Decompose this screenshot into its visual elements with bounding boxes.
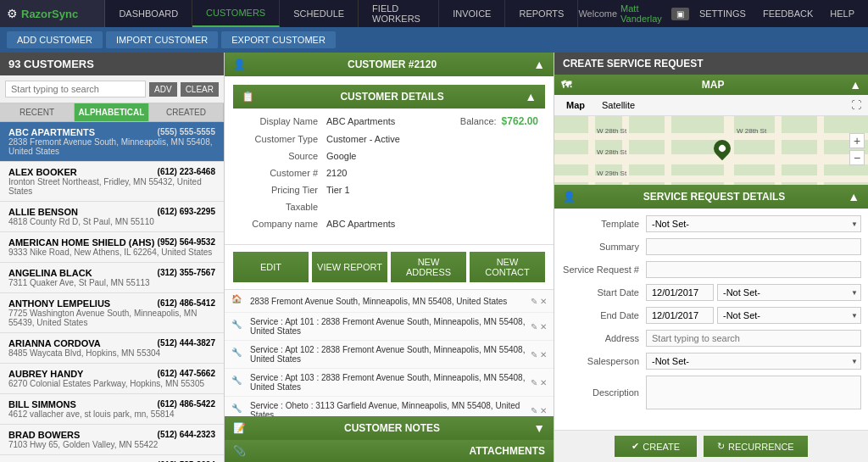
list-item[interactable]: BRAD BOWERS (512) 644-2323 7103 Hwy 65, … (0, 425, 224, 455)
details-expand-icon[interactable]: ▲ (525, 90, 537, 103)
attachments-header[interactable]: 📎 ATTACHMENTS (225, 440, 554, 462)
list-item[interactable]: BRAYDEN ALTMAN (612) 585-3624 6715 Arbor… (0, 455, 224, 462)
company-name-label: Company name (233, 219, 326, 229)
search-bar: ADV CLEAR (0, 75, 224, 103)
create-button[interactable]: ✔ CREATE (615, 436, 697, 457)
start-date-input[interactable] (646, 284, 714, 301)
map-section: 🗺 MAP ▲ Map Satellite ⛶ (554, 75, 868, 185)
customer-notes-header[interactable]: 📝 CUSTOMER NOTES ▼ (225, 416, 554, 440)
delete-addr-icon[interactable]: ✕ (540, 406, 547, 415)
feedback-link[interactable]: FEEDBACK (756, 5, 820, 22)
start-date-row: Start Date -Not Set- ▼ (561, 284, 861, 301)
monitor-icon[interactable]: ▣ (671, 8, 689, 20)
map-street-label: W 28th St (597, 148, 626, 156)
edit-addr-icon[interactable]: ✎ (531, 378, 537, 387)
start-date-inputs: -Not Set- ▼ (646, 284, 861, 301)
zoom-in-button[interactable]: + (849, 133, 865, 148)
edit-addr-icon[interactable]: ✎ (531, 297, 537, 306)
nav-field-workers[interactable]: FIELD WORKERS (359, 0, 439, 27)
summary-input[interactable] (646, 238, 861, 255)
balance-value: $762.00 (502, 115, 538, 127)
list-item[interactable]: 🔧 Service : Apt 102 : 2838 Fremont Avenu… (225, 341, 554, 369)
list-item[interactable]: 🔧 Service : Apt 103 : 2838 Fremont Avenu… (225, 369, 554, 397)
service-req-row: Service Request # (561, 261, 861, 278)
list-item[interactable]: ARIANNA CORDOVA (512) 444-3827 8485 Wayc… (0, 333, 224, 364)
map-fullscreen-icon[interactable]: ⛶ (851, 99, 861, 111)
tab-created[interactable]: CREATED (149, 103, 224, 121)
list-item[interactable]: BILL SIMMONS (612) 486-5422 4612 vallach… (0, 394, 224, 425)
map-expand-icon[interactable]: ▲ (849, 78, 861, 92)
end-date-input[interactable] (646, 307, 714, 324)
list-item[interactable]: ALEX BOOKER (612) 223-6468 Ironton Stree… (0, 162, 224, 202)
adv-button[interactable]: ADV (149, 82, 177, 97)
import-customer-button[interactable]: IMPORT CUSTOMER (106, 31, 218, 48)
delete-addr-icon[interactable]: ✕ (540, 322, 547, 331)
display-name-row: Display Name ABC Apartments Balance: $76… (233, 115, 545, 127)
delete-addr-icon[interactable]: ✕ (540, 350, 547, 359)
list-item[interactable]: 🏠 2838 Fremont Avenue South, Minneapolis… (225, 290, 554, 313)
help-link[interactable]: HELP (823, 5, 861, 22)
list-item[interactable]: ANTHONY LEMPELIUS (612) 486-5412 7725 Wa… (0, 293, 224, 333)
summary-row: Summary (561, 238, 861, 255)
list-item[interactable]: AMERICAN HOME SHIELD (AHS) (952) 564-953… (0, 232, 224, 263)
list-item[interactable]: 🔧 Service : Apt 101 : 2838 Fremont Avenu… (225, 313, 554, 341)
zoom-out-button[interactable]: − (849, 150, 865, 165)
service-details-expand-icon[interactable]: ▲ (848, 190, 860, 203)
edit-button[interactable]: EDIT (233, 252, 309, 282)
service-req-input[interactable] (646, 261, 861, 278)
edit-addr-icon[interactable]: ✎ (531, 406, 537, 415)
service-request-header: CREATE SERVICE REQUEST (554, 53, 868, 75)
satellite-tab[interactable]: Satellite (597, 98, 640, 112)
map-road (817, 116, 824, 185)
add-customer-button[interactable]: ADD CUSTOMER (7, 31, 103, 48)
settings-link[interactable]: SETTINGS (693, 5, 753, 22)
new-address-button[interactable]: NEW ADDRESS (391, 252, 466, 282)
pricing-tier-value: Tier 1 (326, 185, 350, 195)
attachments-icon: 📎 (233, 445, 246, 457)
source-value: Google (326, 151, 356, 161)
view-report-button[interactable]: VIEW REPORT (312, 252, 387, 282)
customer-list-panel: 93 CUSTOMERS ADV CLEAR RECENT ALPHABETIC… (0, 53, 225, 462)
main-content: 93 CUSTOMERS ADV CLEAR RECENT ALPHABETIC… (0, 53, 868, 462)
edit-addr-icon[interactable]: ✎ (531, 350, 537, 359)
notes-collapse-icon[interactable]: ▼ (533, 421, 545, 435)
start-time-select[interactable]: -Not Set- (717, 284, 861, 301)
salesperson-select[interactable]: -Not Set- (646, 353, 861, 370)
display-name-value: ABC Apartments (326, 116, 395, 126)
list-item[interactable]: AUBREY HANDY (612) 447-5662 6270 Colonia… (0, 364, 224, 394)
customer-num-row: Customer # 2120 (233, 168, 545, 178)
map-tab[interactable]: Map (561, 98, 590, 112)
export-customer-button[interactable]: EXPORT CUSTOMER (221, 31, 336, 48)
nav-customers[interactable]: CUSTOMERS (192, 0, 280, 27)
address-input[interactable] (646, 330, 861, 347)
delete-addr-icon[interactable]: ✕ (540, 297, 547, 306)
nav-invoice[interactable]: INVOICE (439, 0, 505, 27)
list-item[interactable]: ANGELINA BLACK (312) 355-7567 7311 Quake… (0, 263, 224, 293)
delete-addr-icon[interactable]: ✕ (540, 378, 547, 387)
list-item[interactable]: 🔧 Service : Oheto : 3113 Garfield Avenue… (225, 397, 554, 416)
tab-recent[interactable]: RECENT (0, 103, 75, 121)
balance-label: Balance: (460, 116, 497, 126)
template-select[interactable]: -Not Set- (646, 215, 861, 232)
list-item[interactable]: ALLIE BENSON (612) 693-2295 4818 County … (0, 202, 224, 232)
description-textarea[interactable] (646, 376, 861, 409)
end-time-select[interactable]: -Not Set- (717, 307, 861, 324)
list-item[interactable]: ABC APARTMENTS (555) 555-5555 2838 Fremo… (0, 122, 224, 162)
recurrence-button[interactable]: ↻ RECURRENCE (704, 436, 808, 457)
customer-name: BILL SIMMONS (612) 486-5422 (8, 399, 215, 409)
section-expand-icon[interactable]: ▲ (533, 58, 545, 71)
nav-reports[interactable]: REPORTS (505, 0, 578, 27)
tab-alphabetical[interactable]: ALPHABETICAL (75, 103, 149, 121)
edit-addr-icon[interactable]: ✎ (531, 322, 537, 331)
customer-num-value: 2120 (326, 168, 347, 178)
search-input[interactable] (5, 81, 146, 97)
nav-schedule[interactable]: SCHEDULE (280, 0, 359, 27)
service-icon: 🔧 (231, 320, 245, 333)
new-contact-button[interactable]: NEW CONTACT (470, 252, 545, 282)
recurrence-icon: ↻ (717, 441, 725, 452)
clear-button[interactable]: CLEAR (181, 82, 219, 97)
nav-items: DASHBOARD CUSTOMERS SCHEDULE FIELD WORKE… (105, 0, 578, 27)
company-name-row: Company name ABC Apartments (233, 219, 545, 229)
nav-dashboard[interactable]: DASHBOARD (105, 0, 192, 27)
customer-list: ABC APARTMENTS (555) 555-5555 2838 Fremo… (0, 122, 224, 462)
